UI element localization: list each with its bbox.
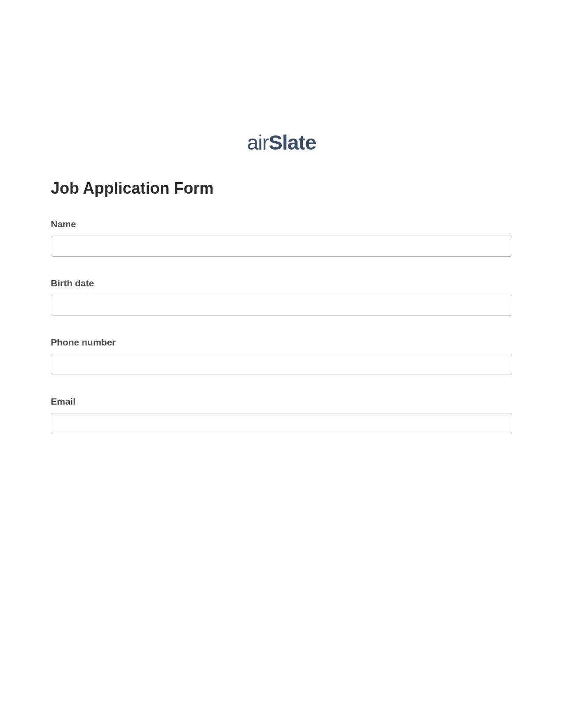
phone-label: Phone number [51,337,512,348]
form-field-phone: Phone number [51,337,512,375]
email-label: Email [51,396,512,407]
form-field-email: Email [51,396,512,434]
name-label: Name [51,219,512,229]
logo-prefix: air [247,131,268,154]
birthdate-input[interactable] [51,295,512,316]
form-title: Job Application Form [51,179,512,198]
name-input[interactable] [51,236,512,257]
logo-suffix: Slate [268,131,316,154]
form-field-birthdate: Birth date [51,278,512,316]
form-field-name: Name [51,219,512,257]
birthdate-label: Birth date [51,278,512,289]
phone-input[interactable] [51,354,512,375]
logo-wrapper: airSlate [51,130,512,154]
airslate-logo: airSlate [247,130,316,154]
form-container: airSlate Job Application Form Name Birth… [0,0,563,434]
email-input[interactable] [51,413,512,434]
